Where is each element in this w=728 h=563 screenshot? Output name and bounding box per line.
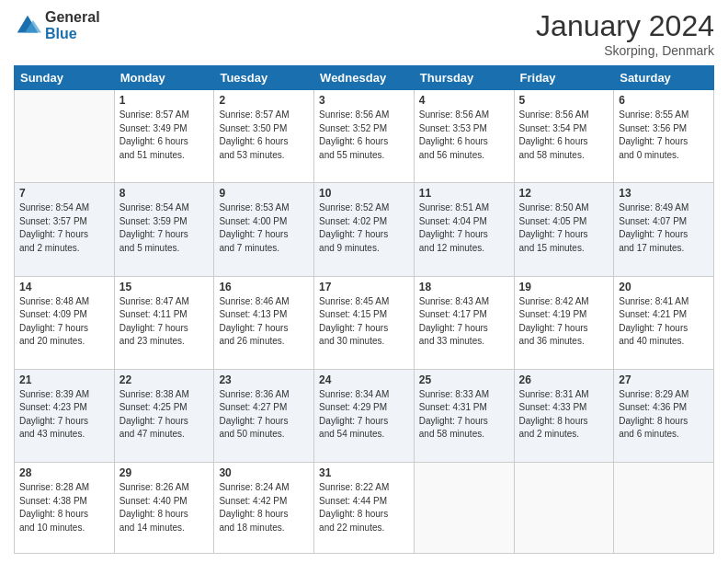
day-info: Sunrise: 8:22 AM Sunset: 4:44 PM Dayligh… xyxy=(319,481,409,534)
day-cell xyxy=(15,90,115,183)
day-cell: 18Sunrise: 8:43 AM Sunset: 4:17 PM Dayli… xyxy=(414,276,514,369)
week-row-0: 1Sunrise: 8:57 AM Sunset: 3:49 PM Daylig… xyxy=(15,90,714,183)
day-number: 7 xyxy=(19,187,109,200)
day-info: Sunrise: 8:56 AM Sunset: 3:52 PM Dayligh… xyxy=(319,109,409,162)
day-number: 6 xyxy=(619,94,709,107)
day-cell: 4Sunrise: 8:56 AM Sunset: 3:53 PM Daylig… xyxy=(414,90,514,183)
day-cell: 19Sunrise: 8:42 AM Sunset: 4:19 PM Dayli… xyxy=(514,276,614,369)
title-area: January 2024 Skorping, Denmark xyxy=(536,9,714,58)
day-number: 2 xyxy=(219,94,309,107)
day-cell: 5Sunrise: 8:56 AM Sunset: 3:54 PM Daylig… xyxy=(514,90,614,183)
day-number: 19 xyxy=(519,281,609,293)
header-cell-friday: Friday xyxy=(514,66,614,90)
day-info: Sunrise: 8:51 AM Sunset: 4:04 PM Dayligh… xyxy=(419,201,509,255)
day-number: 29 xyxy=(119,466,210,479)
day-number: 30 xyxy=(219,466,309,479)
header-cell-thursday: Thursday xyxy=(414,66,514,90)
day-cell xyxy=(614,463,714,554)
day-cell: 21Sunrise: 8:39 AM Sunset: 4:23 PM Dayli… xyxy=(15,369,115,462)
header-cell-monday: Monday xyxy=(114,66,214,90)
day-number: 14 xyxy=(19,281,109,293)
subtitle: Skorping, Denmark xyxy=(536,43,714,58)
day-info: Sunrise: 8:26 AM Sunset: 4:40 PM Dayligh… xyxy=(119,481,210,534)
day-info: Sunrise: 8:28 AM Sunset: 4:38 PM Dayligh… xyxy=(19,481,109,534)
day-info: Sunrise: 8:34 AM Sunset: 4:29 PM Dayligh… xyxy=(319,388,409,442)
day-info: Sunrise: 8:47 AM Sunset: 4:11 PM Dayligh… xyxy=(119,295,210,349)
day-number: 24 xyxy=(319,373,409,386)
day-number: 31 xyxy=(319,466,409,479)
day-cell: 14Sunrise: 8:48 AM Sunset: 4:09 PM Dayli… xyxy=(15,276,115,369)
day-number: 4 xyxy=(419,94,509,107)
day-info: Sunrise: 8:57 AM Sunset: 3:50 PM Dayligh… xyxy=(219,109,309,162)
day-info: Sunrise: 8:49 AM Sunset: 4:07 PM Dayligh… xyxy=(619,201,709,255)
day-cell: 2Sunrise: 8:57 AM Sunset: 3:50 PM Daylig… xyxy=(214,90,314,183)
day-cell: 30Sunrise: 8:24 AM Sunset: 4:42 PM Dayli… xyxy=(214,463,314,554)
day-number: 1 xyxy=(119,94,210,107)
day-info: Sunrise: 8:52 AM Sunset: 4:02 PM Dayligh… xyxy=(319,201,409,255)
logo-text: General Blue xyxy=(45,9,100,41)
day-info: Sunrise: 8:39 AM Sunset: 4:23 PM Dayligh… xyxy=(19,388,109,442)
day-number: 26 xyxy=(519,373,609,386)
day-number: 21 xyxy=(19,373,109,386)
header-cell-wednesday: Wednesday xyxy=(314,66,415,90)
day-cell: 3Sunrise: 8:56 AM Sunset: 3:52 PM Daylig… xyxy=(314,90,415,183)
day-info: Sunrise: 8:45 AM Sunset: 4:15 PM Dayligh… xyxy=(319,295,409,349)
day-cell: 13Sunrise: 8:49 AM Sunset: 4:07 PM Dayli… xyxy=(614,183,714,276)
logo-icon xyxy=(14,12,41,40)
month-title: January 2024 xyxy=(536,9,714,43)
day-number: 9 xyxy=(219,187,309,200)
day-cell: 24Sunrise: 8:34 AM Sunset: 4:29 PM Dayli… xyxy=(314,369,415,462)
day-info: Sunrise: 8:56 AM Sunset: 3:53 PM Dayligh… xyxy=(419,109,509,162)
day-info: Sunrise: 8:33 AM Sunset: 4:31 PM Dayligh… xyxy=(419,388,509,442)
day-cell: 28Sunrise: 8:28 AM Sunset: 4:38 PM Dayli… xyxy=(15,463,115,554)
day-cell: 9Sunrise: 8:53 AM Sunset: 4:00 PM Daylig… xyxy=(214,183,314,276)
day-cell: 17Sunrise: 8:45 AM Sunset: 4:15 PM Dayli… xyxy=(314,276,415,369)
day-number: 18 xyxy=(419,281,509,293)
header-row: SundayMondayTuesdayWednesdayThursdayFrid… xyxy=(15,66,714,90)
header: General Blue January 2024 Skorping, Denm… xyxy=(14,9,714,58)
day-number: 28 xyxy=(19,466,109,479)
day-info: Sunrise: 8:43 AM Sunset: 4:17 PM Dayligh… xyxy=(419,295,509,349)
week-row-1: 7Sunrise: 8:54 AM Sunset: 3:57 PM Daylig… xyxy=(15,183,714,276)
day-cell: 16Sunrise: 8:46 AM Sunset: 4:13 PM Dayli… xyxy=(214,276,314,369)
day-info: Sunrise: 8:54 AM Sunset: 3:59 PM Dayligh… xyxy=(119,201,210,255)
day-info: Sunrise: 8:48 AM Sunset: 4:09 PM Dayligh… xyxy=(19,295,109,349)
day-number: 8 xyxy=(119,187,210,200)
logo-general: General xyxy=(45,9,100,26)
day-cell: 26Sunrise: 8:31 AM Sunset: 4:33 PM Dayli… xyxy=(514,369,614,462)
day-number: 23 xyxy=(219,373,309,386)
day-cell xyxy=(514,463,614,554)
header-cell-tuesday: Tuesday xyxy=(214,66,314,90)
day-cell: 20Sunrise: 8:41 AM Sunset: 4:21 PM Dayli… xyxy=(614,276,714,369)
header-cell-saturday: Saturday xyxy=(614,66,714,90)
week-row-4: 28Sunrise: 8:28 AM Sunset: 4:38 PM Dayli… xyxy=(15,463,714,554)
day-number: 27 xyxy=(619,373,709,386)
day-info: Sunrise: 8:55 AM Sunset: 3:56 PM Dayligh… xyxy=(619,109,709,162)
logo: General Blue xyxy=(14,9,100,41)
week-row-2: 14Sunrise: 8:48 AM Sunset: 4:09 PM Dayli… xyxy=(15,276,714,369)
day-cell: 29Sunrise: 8:26 AM Sunset: 4:40 PM Dayli… xyxy=(114,463,214,554)
day-info: Sunrise: 8:53 AM Sunset: 4:00 PM Dayligh… xyxy=(219,201,309,255)
day-cell: 25Sunrise: 8:33 AM Sunset: 4:31 PM Dayli… xyxy=(414,369,514,462)
day-info: Sunrise: 8:46 AM Sunset: 4:13 PM Dayligh… xyxy=(219,295,309,349)
week-row-3: 21Sunrise: 8:39 AM Sunset: 4:23 PM Dayli… xyxy=(15,369,714,462)
day-number: 3 xyxy=(319,94,409,107)
day-number: 12 xyxy=(519,187,609,200)
day-info: Sunrise: 8:50 AM Sunset: 4:05 PM Dayligh… xyxy=(519,201,609,255)
day-cell: 6Sunrise: 8:55 AM Sunset: 3:56 PM Daylig… xyxy=(614,90,714,183)
day-cell xyxy=(414,463,514,554)
day-info: Sunrise: 8:57 AM Sunset: 3:49 PM Dayligh… xyxy=(119,109,210,162)
day-info: Sunrise: 8:31 AM Sunset: 4:33 PM Dayligh… xyxy=(519,388,609,442)
day-cell: 23Sunrise: 8:36 AM Sunset: 4:27 PM Dayli… xyxy=(214,369,314,462)
day-cell: 10Sunrise: 8:52 AM Sunset: 4:02 PM Dayli… xyxy=(314,183,415,276)
day-cell: 31Sunrise: 8:22 AM Sunset: 4:44 PM Dayli… xyxy=(314,463,415,554)
day-info: Sunrise: 8:38 AM Sunset: 4:25 PM Dayligh… xyxy=(119,388,210,442)
day-cell: 7Sunrise: 8:54 AM Sunset: 3:57 PM Daylig… xyxy=(15,183,115,276)
day-number: 5 xyxy=(519,94,609,107)
day-cell: 8Sunrise: 8:54 AM Sunset: 3:59 PM Daylig… xyxy=(114,183,214,276)
day-cell: 1Sunrise: 8:57 AM Sunset: 3:49 PM Daylig… xyxy=(114,90,214,183)
day-number: 11 xyxy=(419,187,509,200)
day-number: 10 xyxy=(319,187,409,200)
day-cell: 22Sunrise: 8:38 AM Sunset: 4:25 PM Dayli… xyxy=(114,369,214,462)
calendar-table: SundayMondayTuesdayWednesdayThursdayFrid… xyxy=(14,65,714,554)
